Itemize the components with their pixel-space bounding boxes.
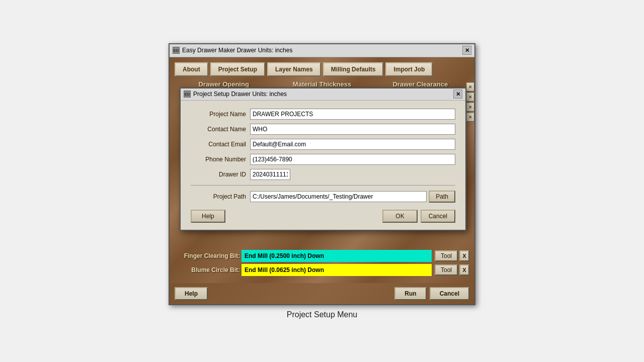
contact-email-row: Contact Email xyxy=(191,139,455,150)
blume-circle-field: End Mill (0.0625 inch) Down xyxy=(242,264,432,276)
layer-names-button[interactable]: Layer Names xyxy=(267,62,321,76)
contact-name-input[interactable] xyxy=(250,124,455,135)
main-titlebar: ED Easy Drawer Maker Drawer Units: inche… xyxy=(170,44,474,57)
scroll-arrows: ✕ ✕ ✕ ✕ xyxy=(466,82,474,122)
contact-name-label: Contact Name xyxy=(191,126,246,133)
project-path-label: Project Path xyxy=(191,193,246,200)
finger-clearing-label: Finger Clearing Bit: xyxy=(175,252,240,259)
about-button[interactable]: About xyxy=(175,62,208,76)
run-cancel-group: Run Cancel xyxy=(394,287,469,300)
blume-circle-tool-button[interactable]: Tool xyxy=(435,264,458,276)
main-window-icon: ED xyxy=(173,47,180,54)
finger-clearing-row: Finger Clearing Bit: End Mill (0.2500 in… xyxy=(175,250,469,262)
scroll-arrow-up-2[interactable]: ✕ xyxy=(466,93,474,102)
project-path-row: Project Path Path xyxy=(191,191,455,203)
blume-circle-x-button[interactable]: X xyxy=(459,264,469,276)
scroll-arrow-down-1[interactable]: ✕ xyxy=(466,113,474,122)
contact-email-input[interactable] xyxy=(250,139,455,150)
dialog-right-buttons: OK Cancel xyxy=(382,210,455,223)
contact-email-label: Contact Email xyxy=(191,141,246,148)
contact-name-row: Contact Name xyxy=(191,124,455,135)
cancel-button[interactable]: Cancel xyxy=(430,287,469,300)
main-content-area: About Project Setup Layer Names Milling … xyxy=(170,57,474,283)
run-button[interactable]: Run xyxy=(394,287,426,300)
main-window: ED Easy Drawer Maker Drawer Units: inche… xyxy=(169,43,475,305)
blume-circle-label: Blume Circle Bit: xyxy=(175,266,240,274)
phone-number-row: Phone Number xyxy=(191,154,455,165)
col-material-thickness: Material Thickness xyxy=(273,80,371,88)
dialog-ok-button[interactable]: OK xyxy=(382,210,417,223)
col-drawer-clearance: Drawer Clearance xyxy=(371,80,469,88)
project-name-row: Project Name xyxy=(191,109,455,120)
tool-rows: Finger Clearing Bit: End Mill (0.2500 in… xyxy=(175,250,469,276)
import-job-button[interactable]: Import Job xyxy=(385,62,433,76)
dialog-cancel-button[interactable]: Cancel xyxy=(421,210,455,223)
bottom-action-bar: Help Run Cancel xyxy=(170,283,474,304)
drawer-id-input[interactable] xyxy=(250,169,290,180)
dialog-help-button[interactable]: Help xyxy=(191,210,225,223)
phone-number-label: Phone Number xyxy=(191,156,246,163)
scroll-arrow-up-1[interactable]: ✕ xyxy=(466,82,474,92)
nav-button-row: About Project Setup Layer Names Milling … xyxy=(175,62,469,76)
finger-clearing-x-button[interactable]: X xyxy=(459,250,469,261)
project-setup-dialog: ED Project Setup Drawer Units: inches ✕ … xyxy=(180,87,466,231)
blume-circle-row: Blume Circle Bit: End Mill (0.0625 inch)… xyxy=(175,264,469,276)
milling-defaults-button[interactable]: Milling Defaults xyxy=(323,62,384,76)
dialog-titlebar: ED Project Setup Drawer Units: inches ✕ xyxy=(181,88,465,101)
drawer-id-label: Drawer ID xyxy=(191,171,246,178)
drawer-id-row: Drawer ID xyxy=(191,169,455,180)
form-divider xyxy=(191,185,455,186)
scroll-arrow-up-3[interactable]: ✕ xyxy=(466,103,474,112)
phone-number-input[interactable] xyxy=(250,154,455,165)
dialog-title: Project Setup Drawer Units: inches xyxy=(193,90,287,98)
col-drawer-opening: Drawer Opening xyxy=(175,80,273,88)
dialog-close-button[interactable]: ✕ xyxy=(453,89,462,99)
dialog-icon: ED xyxy=(184,90,191,98)
finger-clearing-field: End Mill (0.2500 inch) Down xyxy=(242,250,432,262)
finger-clearing-tool-button[interactable]: Tool xyxy=(435,250,458,261)
project-name-label: Project Name xyxy=(191,111,246,118)
path-button[interactable]: Path xyxy=(429,191,455,203)
project-path-input[interactable] xyxy=(250,191,427,202)
main-window-title: Easy Drawer Maker Drawer Units: inches xyxy=(182,47,292,54)
project-setup-button[interactable]: Project Setup xyxy=(210,62,265,76)
dialog-content: Project Name Contact Name Contact Email xyxy=(181,101,465,230)
dialog-actions: Help OK Cancel xyxy=(191,208,455,224)
project-name-input[interactable] xyxy=(250,109,455,120)
dialog-window: ED Project Setup Drawer Units: inches ✕ … xyxy=(180,87,466,231)
page-wrapper: ED Easy Drawer Maker Drawer Units: inche… xyxy=(169,43,475,319)
help-button[interactable]: Help xyxy=(175,287,208,300)
main-close-button[interactable]: ✕ xyxy=(462,46,471,55)
page-caption: Project Setup Menu xyxy=(287,310,358,319)
